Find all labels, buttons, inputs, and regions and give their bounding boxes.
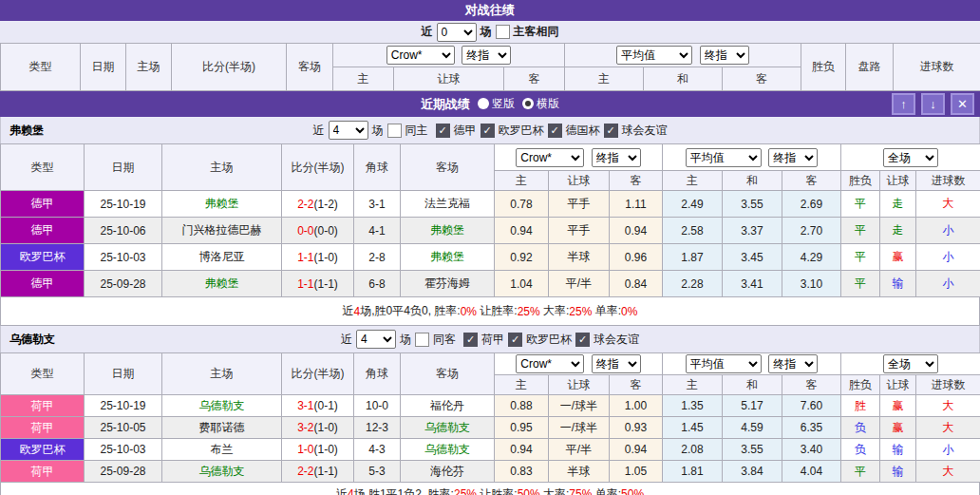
same-home-away-label: 主客相同 (514, 24, 559, 40)
league-friendly-checkbox[interactable]: ✓ (575, 333, 590, 347)
league-friendly-checkbox[interactable]: ✓ (604, 124, 618, 138)
away-team: 乌德勒支 (401, 417, 495, 439)
average-select[interactable]: 平均值 (616, 46, 692, 65)
vertical-layout-radio[interactable] (478, 98, 489, 109)
league-bundesliga-checkbox[interactable]: ✓ (436, 124, 450, 138)
recent-count-select[interactable]: 0 (437, 23, 477, 42)
utrecht-recent-count-select[interactable]: 4 (356, 330, 396, 349)
result-handicap: 走 (880, 191, 916, 218)
head-to-head-filter-row: 近 0 场 主客相同 (0, 21, 980, 43)
horizontal-layout-label[interactable]: 横版 (537, 97, 559, 110)
col-score: 比分(半场) (172, 44, 287, 91)
result-goals: 大 (916, 417, 980, 439)
away-team: 霍芬海姆 (401, 271, 495, 297)
avg-home: 1.35 (663, 395, 723, 417)
avg-away: 4.04 (782, 461, 841, 483)
col-type: 类型 (1, 44, 81, 91)
result-goals: 大 (916, 395, 980, 417)
average-select[interactable]: 平均值 (686, 148, 762, 167)
final-odds-select-2[interactable]: 终指 (768, 354, 818, 373)
table-row: 荷甲 25-10-05 费耶诺德 3-2(1-0) 12-3 乌德勒支 0.95… (1, 417, 980, 439)
odds-handicap: 平/半 (549, 271, 610, 297)
full-match-select[interactable]: 全场 (883, 148, 938, 167)
matches-label: 场 (372, 123, 384, 139)
result-goals: 大 (916, 461, 980, 483)
move-up-button[interactable]: ↑ (892, 93, 915, 115)
odds-handicap: 平手 (549, 191, 610, 218)
league-europa-checkbox[interactable]: ✓ (481, 124, 495, 138)
col-odds-away: 客 (610, 171, 663, 191)
freiburg-recent-count-select[interactable]: 4 (329, 121, 368, 140)
odds-handicap: 一/球半 (549, 395, 610, 417)
average-select[interactable]: 平均值 (686, 354, 762, 373)
final-odds-select[interactable]: 终指 (592, 354, 641, 373)
league-pokal-checkbox[interactable]: ✓ (548, 124, 562, 138)
odds-away: 0.94 (610, 439, 663, 461)
avg-away: 3.40 (782, 439, 841, 461)
result-wdl: 平 (841, 461, 880, 483)
bookmaker-select[interactable]: Crow* (516, 148, 584, 167)
close-button[interactable]: ✕ (951, 93, 974, 115)
col-date: 日期 (81, 44, 126, 91)
bookmaker-select[interactable]: Crow* (386, 46, 455, 65)
home-team: 弗赖堡 (162, 271, 282, 297)
period-group: 全场 (841, 144, 980, 171)
result-handicap: 输 (880, 461, 916, 483)
average-odds-group: 平均值 终指 (663, 144, 841, 171)
final-odds-select-2[interactable]: 终指 (768, 148, 818, 167)
league-badge: 荷甲 (1, 395, 85, 417)
col-result: 胜负 (841, 171, 880, 191)
table-row: 欧罗巴杯 25-10-03 博洛尼亚 1-1(1-0) 2-8 弗赖堡 0.92… (1, 244, 980, 271)
odds-home: 0.95 (495, 417, 549, 439)
odds-away: 0.84 (610, 271, 663, 297)
final-odds-select[interactable]: 终指 (592, 148, 641, 167)
league-europa-label: 欧罗巴杯 (499, 123, 544, 139)
home-team: 博洛尼亚 (162, 244, 282, 271)
result-wdl: 负 (841, 439, 880, 461)
final-odds-select[interactable]: 终指 (462, 46, 511, 65)
corner-score: 4-1 (354, 218, 401, 244)
away-team: 弗赖堡 (401, 218, 495, 244)
home-team: 乌德勒支 (162, 395, 282, 417)
col-avg-draw: 和 (644, 67, 723, 91)
final-odds-select-2[interactable]: 终指 (700, 46, 749, 65)
corner-score: 2-8 (354, 244, 401, 271)
avg-home: 2.49 (663, 191, 723, 218)
full-match-select[interactable]: 全场 (883, 354, 938, 373)
horizontal-layout-radio[interactable] (522, 98, 534, 109)
odds-away: 0.94 (610, 218, 663, 244)
odds-away: 0.93 (610, 417, 663, 439)
col-avg-away: 客 (782, 171, 841, 191)
col-odds-handicap: 让球 (549, 171, 610, 191)
col-avg-away: 客 (782, 375, 841, 395)
avg-away: 7.60 (782, 395, 841, 417)
col-handicap-road: 盘路 (846, 44, 894, 91)
result-wdl: 负 (841, 417, 880, 439)
score: 3-2(1-0) (282, 417, 354, 439)
col-date: 日期 (85, 353, 162, 395)
matches-label: 场 (400, 332, 411, 348)
league-europa-checkbox[interactable]: ✓ (508, 333, 522, 347)
same-home-away-checkbox[interactable] (496, 25, 510, 39)
avg-home: 2.58 (663, 218, 723, 244)
table-row: 德甲 25-10-06 门兴格拉德巴赫 0-0(0-0) 4-1 弗赖堡 0.9… (1, 218, 980, 244)
result-handicap: 输 (880, 439, 916, 461)
col-type: 类型 (1, 353, 85, 395)
move-down-button[interactable]: ↓ (921, 93, 945, 115)
league-eredivisie-checkbox[interactable]: ✓ (463, 333, 478, 347)
avg-draw: 3.37 (723, 218, 782, 244)
odds-home: 0.92 (495, 244, 549, 271)
vertical-layout-label[interactable]: 竖版 (492, 97, 515, 110)
league-eredivisie-label: 荷甲 (481, 332, 504, 348)
col-type: 类型 (1, 144, 85, 191)
avg-home: 1.45 (663, 417, 723, 439)
home-team: 弗赖堡 (162, 191, 282, 218)
col-avg-home: 主 (565, 67, 644, 91)
same-away-checkbox[interactable] (415, 333, 429, 347)
same-home-checkbox[interactable] (387, 124, 402, 138)
bookmaker-select[interactable]: Crow* (516, 354, 584, 373)
table-row: 德甲 25-10-19 弗赖堡 2-2(1-2) 3-1 法兰克福 0.78 平… (1, 191, 980, 218)
match-date: 25-10-03 (85, 244, 162, 271)
odds-away: 1.05 (610, 461, 663, 483)
table-row: 荷甲 25-10-19 乌德勒支 3-1(0-1) 10-0 福伦丹 0.88 … (1, 395, 980, 417)
